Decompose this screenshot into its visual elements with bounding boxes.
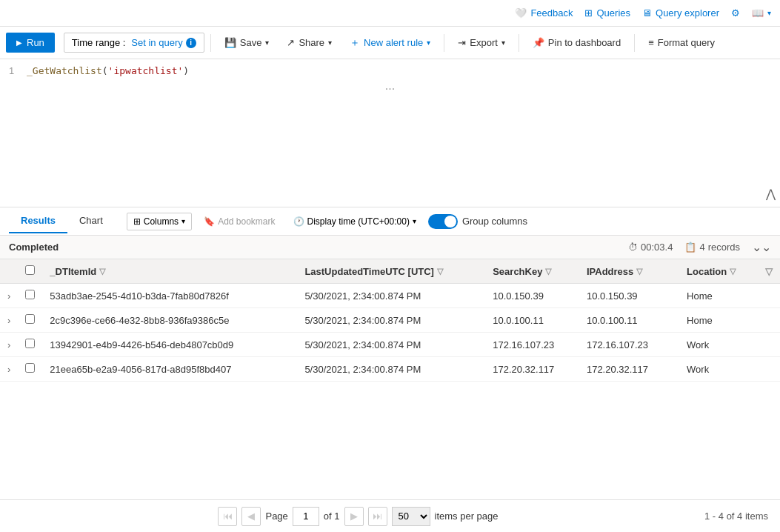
results-table: _DTItemId ▽ LastUpdatedTimeUTC [UTC] ▽ S…	[0, 259, 780, 382]
timing-display: ⏱ 00:03.4	[628, 242, 673, 253]
row-expand-1[interactable]: ›	[0, 308, 18, 333]
time-range-label: Time range :	[72, 37, 126, 48]
row-checkbox-1[interactable]	[18, 308, 42, 333]
scroll-up-button[interactable]: ⋀	[766, 187, 776, 201]
time-range-value: Set in query	[131, 37, 182, 48]
first-page-button[interactable]: ⏮	[218, 507, 237, 526]
query-explorer-button[interactable]: 🖥 Query explorer	[642, 7, 719, 19]
row-checkbox-3[interactable]	[18, 357, 42, 382]
row-searchkey-0: 10.0.150.39	[485, 284, 579, 308]
feedback-button[interactable]: 🤍 Feedback	[515, 7, 573, 19]
ipaddress-filter-icon[interactable]: ▽	[636, 267, 642, 276]
save-button[interactable]: 💾 Save ▾	[217, 33, 277, 52]
items-per-page-select[interactable]: 50 100 200	[392, 507, 430, 526]
columns-button[interactable]: ⊞ Columns ▾	[127, 213, 192, 230]
table-row: › 2c9c396e-ce66-4e32-8bb8-936fa9386c5e 5…	[0, 308, 780, 333]
share-label: Share	[299, 37, 324, 48]
share-button[interactable]: ↗ Share ▾	[279, 33, 339, 52]
export-button[interactable]: ⇥ Export ▾	[450, 33, 513, 52]
records-count-display: 📋 4 records	[684, 242, 740, 253]
add-bookmark-button[interactable]: 🔖 Add bookmark	[198, 213, 281, 230]
row-extra-3	[758, 357, 780, 382]
location-filter-icon[interactable]: ▽	[730, 267, 736, 276]
run-label: Run	[27, 37, 44, 48]
share-icon: ↗	[287, 37, 295, 48]
group-columns-toggle[interactable]: Group columns	[428, 214, 527, 229]
table-row: › 21eea65b-e2a9-4056-817d-a8d95f8bd407 5…	[0, 357, 780, 382]
row-checkbox-0[interactable]	[18, 284, 42, 308]
save-chevron-icon: ▾	[265, 39, 269, 47]
row-ipaddress-1: 10.0.100.11	[579, 308, 679, 333]
of-label: of 1	[324, 511, 340, 522]
time-chevron-icon: ▾	[413, 217, 416, 225]
query-code[interactable]: _GetWatchlist('ipwatchlist')	[27, 65, 189, 76]
run-button[interactable]: ▶ Run	[6, 33, 55, 53]
extra-filter-icon[interactable]: ▽	[765, 266, 773, 277]
divider-1	[210, 34, 211, 52]
row-expand-3[interactable]: ›	[0, 357, 18, 382]
query-line-1: 1 _GetWatchlist('ipwatchlist')	[0, 59, 780, 82]
records-number: 4	[699, 242, 704, 253]
row-expand-0[interactable]: ›	[0, 284, 18, 308]
ipaddress-header: IPAddress	[587, 266, 633, 277]
status-bar: Completed ⏱ 00:03.4 📋 4 records ⌄⌄	[0, 236, 780, 259]
tab-results[interactable]: Results	[9, 209, 67, 233]
divider-3	[519, 34, 519, 52]
book-button[interactable]: 📖 ▾	[752, 7, 771, 19]
expand-icon[interactable]: ⌄⌄	[752, 240, 771, 254]
save-icon: 💾	[224, 37, 236, 48]
queries-label: Queries	[596, 7, 630, 19]
th-ipaddress: IPAddress ▽	[579, 259, 679, 284]
columns-chevron-icon: ▾	[181, 217, 185, 225]
display-time-label: Display time (UTC+00:00)	[307, 216, 410, 227]
last-page-button[interactable]: ⏭	[368, 507, 387, 526]
th-searchkey: SearchKey ▽	[485, 259, 579, 284]
select-all-checkbox[interactable]	[25, 265, 35, 275]
next-page-button[interactable]: ▶	[344, 507, 364, 526]
save-label: Save	[240, 37, 262, 48]
time-range-button[interactable]: Time range : Set in query i	[64, 33, 204, 53]
searchkey-filter-icon[interactable]: ▽	[545, 267, 551, 276]
table-body: › 53adb3ae-2545-4d10-b3da-7fab80d7826f 5…	[0, 284, 780, 382]
pin-icon: 📌	[533, 37, 544, 48]
records-label: records	[708, 242, 740, 253]
page-input[interactable]	[293, 507, 319, 526]
query-editor[interactable]: 1 _GetWatchlist('ipwatchlist') ··· ⋀	[0, 59, 780, 207]
row-searchkey-2: 172.16.107.23	[485, 333, 579, 357]
row-checkbox-2[interactable]	[18, 333, 42, 357]
top-toolbar: 🤍 Feedback ⊞ Queries 🖥 Query explorer ⚙ …	[0, 0, 780, 27]
row-extra-1	[758, 308, 780, 333]
toggle-switch-control[interactable]	[428, 214, 458, 229]
group-columns-label: Group columns	[462, 216, 527, 227]
status-completed: Completed	[9, 242, 59, 253]
export-chevron-icon: ▾	[501, 39, 505, 47]
tab-chart[interactable]: Chart	[67, 209, 115, 233]
dtitemid-filter-icon[interactable]: ▽	[99, 267, 105, 276]
timer-icon: ⏱	[628, 242, 638, 253]
row-location-0: Home	[679, 284, 758, 308]
new-alert-label: New alert rule	[364, 37, 423, 48]
table-header-row: _DTItemId ▽ LastUpdatedTimeUTC [UTC] ▽ S…	[0, 259, 780, 284]
row-lastupdated-0: 5/30/2021, 2:34:00.874 PM	[297, 284, 485, 308]
row-searchkey-3: 172.20.32.117	[485, 357, 579, 382]
results-table-wrapper: _DTItemId ▽ LastUpdatedTimeUTC [UTC] ▽ S…	[0, 259, 780, 499]
lastupdated-filter-icon[interactable]: ▽	[437, 267, 443, 276]
columns-label: Columns	[144, 216, 179, 227]
th-location: Location ▽	[679, 259, 758, 284]
row-location-1: Home	[679, 308, 758, 333]
gear-icon: ⚙	[731, 7, 740, 19]
row-expand-2[interactable]: ›	[0, 333, 18, 357]
timing-value: 00:03.4	[641, 242, 673, 253]
prev-page-button[interactable]: ◀	[241, 507, 261, 526]
th-expand	[0, 259, 18, 284]
row-ipaddress-3: 172.20.32.117	[579, 357, 679, 382]
queries-button[interactable]: ⊞ Queries	[584, 7, 630, 19]
format-query-button[interactable]: ≡ Format query	[641, 33, 722, 52]
pin-dashboard-button[interactable]: 📌 Pin to dashboard	[525, 33, 628, 52]
results-section: Results Chart ⊞ Columns ▾ 🔖 Add bookmark…	[0, 207, 780, 532]
settings-button[interactable]: ⚙	[731, 7, 740, 19]
display-time-button[interactable]: 🕐 Display time (UTC+00:00) ▾	[287, 213, 422, 230]
feedback-label: Feedback	[530, 7, 573, 19]
new-alert-button[interactable]: ＋ New alert rule ▾	[342, 33, 438, 53]
location-header: Location	[687, 266, 727, 277]
